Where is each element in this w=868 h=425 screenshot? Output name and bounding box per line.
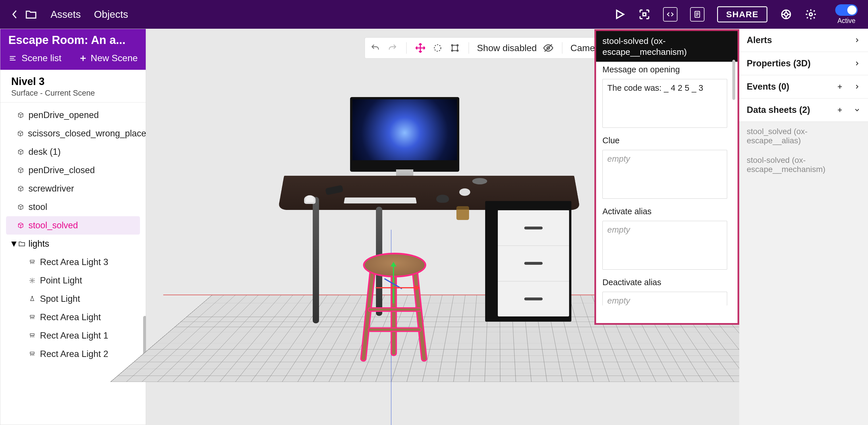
tree-item-label: Rect Area Light [40, 312, 101, 323]
datasheet-item[interactable]: stool-solved (ox-escape__mechanism) [739, 151, 868, 179]
area-light-icon [28, 332, 36, 339]
share-button[interactable]: SHARE [717, 6, 767, 23]
svg-rect-17 [30, 260, 34, 262]
datasheet-item[interactable]: stool_solved (ox-escape__alias) [739, 122, 868, 151]
field-label-activate: Activate alias [602, 207, 727, 216]
new-scene-label: New Scene [91, 53, 138, 63]
tree-item-light[interactable]: Rect Area Light [9, 308, 140, 327]
visibility-toggle[interactable] [542, 42, 554, 54]
inspector-alerts[interactable]: Alerts [739, 29, 868, 52]
tree-item-light[interactable]: Spot Light [9, 290, 140, 308]
tree-item-light[interactable]: Rect Area Light 2 [9, 345, 140, 363]
tree-item-label: penDrive_opened [28, 110, 99, 120]
tree-folder-lights[interactable]: ▼ lights [6, 235, 140, 253]
svg-rect-27 [30, 334, 34, 335]
scene-list-label: Scene list [22, 53, 62, 63]
scene-header[interactable]: Nivel 3 Surface - Current Scene [0, 70, 146, 102]
tree-item-label: stool [28, 202, 47, 212]
cube-icon [17, 148, 25, 156]
plus-icon[interactable] [836, 83, 843, 90]
tree-item-scissors[interactable]: scissors_closed_wrong_place... [6, 124, 140, 143]
activate-alias-input[interactable]: empty [602, 221, 727, 270]
datasheet-body[interactable]: Message on opening The code was: _ 4 2 5… [596, 56, 734, 323]
scene-padlock [457, 206, 469, 220]
play-icon[interactable] [614, 8, 626, 21]
scale-tool[interactable] [449, 42, 461, 54]
chevron-right-icon [854, 60, 861, 67]
tree-item-label: stool_solved [28, 220, 78, 231]
scene-list-button[interactable]: Scene list [8, 53, 62, 63]
tree-item-pendrive-closed[interactable]: penDrive_closed [6, 161, 140, 179]
plus-icon[interactable] [836, 106, 843, 113]
tree-item-desk[interactable]: desk (1) [6, 143, 140, 161]
help-icon[interactable] [780, 8, 792, 21]
tree-item-label: Rect Area Light 3 [40, 257, 108, 267]
svg-line-30 [33, 335, 34, 337]
tree-item-stool[interactable]: stool [6, 198, 140, 216]
tree-item-light[interactable]: Rect Area Light 1 [9, 327, 140, 345]
undo-button[interactable] [370, 42, 381, 54]
inspector-properties[interactable]: Properties (3D) [739, 52, 868, 75]
tree-item-label: penDrive_closed [28, 165, 95, 175]
tree-item-label: scissors_closed_wrong_place... [28, 128, 146, 139]
scene-name: Nivel 3 [11, 75, 138, 88]
objects-tab[interactable]: Objects [94, 9, 128, 20]
clue-input[interactable]: empty [602, 150, 727, 199]
left-panel: Escape Room: An a... Scene list New Scen… [0, 29, 146, 425]
tree-item-label: Spot Light [40, 294, 80, 304]
topbar-right: SHARE Active [614, 4, 858, 25]
cube-icon [17, 167, 25, 174]
svg-line-24 [30, 317, 31, 319]
scene-subtitle: Surface - Current Scene [11, 89, 138, 98]
document-button[interactable] [690, 7, 705, 22]
inspector-datasheets[interactable]: Data sheets (2) [739, 98, 868, 122]
svg-line-26 [33, 317, 34, 319]
tree-folder-label: lights [28, 239, 49, 249]
active-toggle[interactable] [835, 4, 858, 16]
inspector-events[interactable]: Events (0) [739, 75, 868, 98]
inspector-alerts-label: Alerts [747, 35, 772, 45]
redo-button[interactable] [387, 42, 398, 54]
scene-mouse-white [459, 188, 470, 196]
rotate-tool[interactable] [432, 42, 443, 54]
area-light-icon [28, 350, 36, 358]
svg-line-34 [33, 354, 34, 356]
tree-item-stool-solved[interactable]: stool_solved [6, 216, 140, 235]
tree-item-label: desk (1) [28, 147, 61, 157]
active-toggle-label: Active [838, 17, 856, 25]
chevron-right-icon [854, 83, 861, 90]
gizmo-x-axis[interactable] [376, 287, 419, 288]
scene-cup [304, 195, 316, 204]
cube-icon [17, 130, 24, 137]
svg-point-35 [434, 45, 441, 52]
back-to-folder-button[interactable] [10, 8, 37, 21]
tree-item-label: Rect Area Light 1 [40, 330, 108, 341]
inspector-panel: Alerts Properties (3D) Events (0) Data s… [739, 29, 868, 425]
svg-point-6 [784, 13, 788, 16]
svg-point-11 [809, 13, 812, 16]
new-scene-button[interactable]: New Scene [79, 53, 138, 63]
settings-icon[interactable] [805, 8, 817, 21]
svg-point-21 [31, 280, 33, 282]
tree-item-screwdriver[interactable]: screwdriver [6, 179, 140, 198]
tree-item-pendrive-opened[interactable]: penDrive_opened [6, 106, 140, 124]
cube-icon [17, 185, 25, 192]
code-button[interactable] [663, 7, 677, 22]
scene-mouse [436, 195, 449, 203]
deactivate-alias-input[interactable]: empty [602, 292, 727, 305]
scene-stool-selected[interactable] [363, 253, 426, 365]
move-tool[interactable] [415, 42, 426, 54]
svg-rect-31 [30, 352, 34, 354]
tree-item-label: Point Light [40, 275, 82, 286]
tree-item-light[interactable]: Rect Area Light 3 [9, 253, 140, 271]
cube-icon [17, 111, 25, 119]
tree-item-light[interactable]: Point Light [9, 271, 140, 290]
qr-scan-icon[interactable] [638, 8, 650, 21]
topbar: Assets Objects SHARE [0, 0, 868, 29]
point-light-icon [28, 277, 36, 284]
chevron-right-icon [854, 37, 861, 44]
inspector-events-label: Events (0) [747, 81, 789, 92]
message-on-opening-input[interactable]: The code was: _ 4 2 5 _ 3 [602, 79, 727, 128]
assets-tab[interactable]: Assets [51, 9, 81, 20]
topbar-left: Assets Objects [10, 8, 128, 21]
